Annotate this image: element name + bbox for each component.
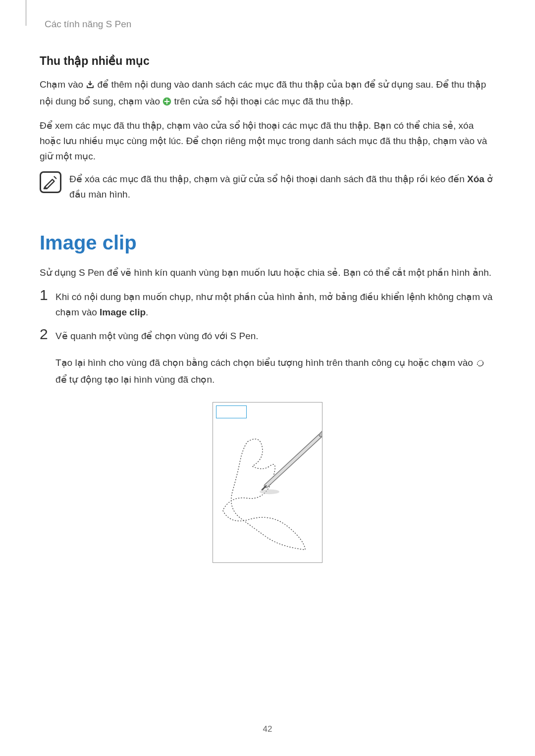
auto-shape-icon <box>476 356 484 372</box>
note-icon <box>40 171 61 193</box>
text: trên cửa sổ hội thoại các mục đã thu thậ… <box>174 96 353 106</box>
svg-point-2 <box>482 361 483 362</box>
step-2: 2 Vẽ quanh một vùng để chọn vùng đó với … <box>40 327 495 387</box>
text: để tự động tạo lại hình vùng đã chọn. <box>55 374 214 385</box>
paragraph-collect-1: Chạm vào để thêm nội dung vào danh sách … <box>40 77 495 111</box>
subsection-title: Thu thập nhiều mục <box>40 54 495 68</box>
text-bold: Xóa <box>467 174 484 184</box>
text-bold: Image clip <box>100 307 146 317</box>
illustration <box>40 402 495 563</box>
svg-point-1 <box>477 364 478 365</box>
page-number: 42 <box>0 724 535 734</box>
step-sub: Tạo lại hình cho vùng đã chọn bằng cách … <box>55 355 495 388</box>
step-number: 1 <box>40 288 49 302</box>
plus-circle-icon <box>162 95 171 110</box>
main-heading: Image clip <box>40 232 495 254</box>
paragraph-collect-2: Để xem các mục đã thu thập, chạm vào cửa… <box>40 118 495 164</box>
breadcrumb: Các tính năng S Pen <box>45 19 131 29</box>
step-1: 1 Khi có nội dung bạn muốn chụp, như một… <box>40 288 495 320</box>
text: Để xóa các mục đã thu thập, chạm và giữ … <box>69 174 467 184</box>
illustration-frame <box>213 402 322 563</box>
note-block: Để xóa các mục đã thu thập, chạm và giữ … <box>40 171 495 202</box>
text: Vẽ quanh một vùng để chọn vùng đó với S … <box>55 331 259 341</box>
page-header: Các tính năng S Pen <box>40 0 495 54</box>
text: Tạo lại hình cho vùng đã chọn bằng cách … <box>55 357 476 368</box>
step-body: Vẽ quanh một vùng để chọn vùng đó với S … <box>55 327 495 387</box>
step-number: 2 <box>40 327 49 342</box>
text: . <box>146 307 148 317</box>
step-body: Khi có nội dung bạn muốn chụp, như một p… <box>55 288 495 320</box>
note-text: Để xóa các mục đã thu thập, chạm và giữ … <box>69 171 495 202</box>
download-tray-icon <box>86 78 95 94</box>
svg-point-3 <box>260 490 279 495</box>
paragraph-intro: Sử dụng S Pen để vẽ hình kín quanh vùng … <box>40 265 495 280</box>
illustration-drawing <box>213 403 322 562</box>
s-pen-icon <box>262 432 322 490</box>
text: Chạm vào <box>40 79 86 90</box>
